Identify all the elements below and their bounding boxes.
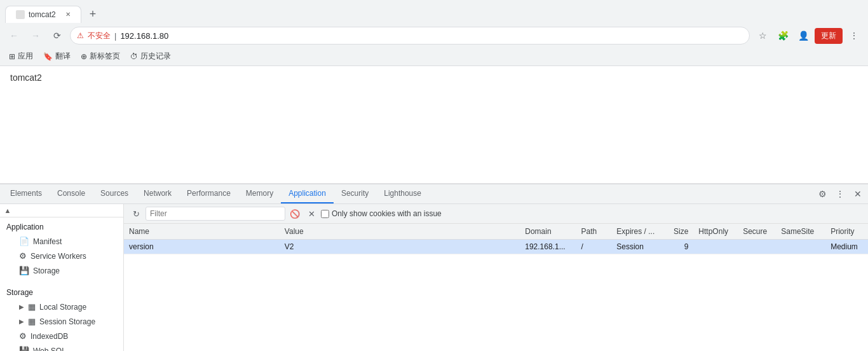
- page-content: tomcat2: [0, 66, 868, 184]
- apps-icon: ⊞: [9, 52, 15, 61]
- cookies-toolbar: ↻ 🚫 ✕ Only show cookies with an issue: [124, 204, 868, 224]
- td-priority: Medium: [825, 240, 868, 254]
- bookmark-translate[interactable]: 🔖 翻译: [39, 50, 74, 63]
- th-expires: Expires / ...: [611, 224, 665, 240]
- cookies-table: Name Value Domain Path Expires / ... Siz…: [124, 224, 868, 351]
- address-actions: ☆ 🧩 👤 更新 ⋮: [754, 27, 863, 45]
- insecure-label: 不安全: [88, 31, 111, 41]
- bookmark-apps-label: 应用: [18, 51, 33, 62]
- show-issues-checkbox[interactable]: [321, 210, 329, 218]
- td-name: version: [124, 240, 280, 254]
- tab-network[interactable]: Network: [136, 184, 179, 203]
- th-samesite: SameSite: [776, 224, 825, 240]
- tab-console[interactable]: Console: [50, 184, 93, 203]
- bookmark-apps[interactable]: ⊞ 应用: [5, 50, 37, 63]
- url-separator: |: [114, 31, 116, 41]
- history-icon: ⏱: [130, 52, 138, 61]
- th-httponly: HttpOnly: [693, 224, 738, 240]
- sidebar-item-session-storage[interactable]: ▶ ▦ Session Storage: [0, 314, 123, 329]
- sidebar-item-manifest[interactable]: 📄 Manifest: [0, 234, 123, 249]
- bookmark-newtab-label: 新标签页: [90, 51, 120, 62]
- th-priority: Priority: [825, 224, 868, 240]
- url-text: 192.168.1.80: [120, 31, 168, 41]
- sidebar-scroll-up[interactable]: ▲: [3, 205, 13, 216]
- devtools-close-btn[interactable]: ✕: [850, 186, 865, 202]
- security-icon: ⚠: [77, 31, 84, 40]
- sidebar-item-storage[interactable]: 💾 Storage: [0, 263, 123, 278]
- session-storage-icon: ▦: [28, 317, 36, 326]
- devtools-more-btn[interactable]: ⋮: [832, 186, 848, 202]
- td-size: 9: [665, 240, 694, 254]
- sidebar-storage-label: Storage: [33, 266, 60, 275]
- tab-application[interactable]: Application: [281, 184, 334, 203]
- show-issues-checkbox-label[interactable]: Only show cookies with an issue: [321, 209, 442, 218]
- session-storage-arrow: ▶: [19, 318, 24, 325]
- cookies-data-table: Name Value Domain Path Expires / ... Siz…: [124, 224, 868, 254]
- td-domain: 192.168.1...: [520, 240, 576, 254]
- new-tab-btn[interactable]: +: [84, 5, 102, 23]
- sidebar-section-application: Application: [0, 217, 123, 234]
- extensions-btn[interactable]: 🧩: [774, 27, 792, 45]
- sidebar-item-indexeddb[interactable]: ⚙ IndexedDB: [0, 329, 123, 343]
- devtools-settings-btn[interactable]: ⚙: [815, 186, 830, 202]
- update-button[interactable]: 更新: [815, 28, 843, 44]
- filter-input[interactable]: [146, 207, 285, 221]
- storage-icon: 💾: [19, 266, 29, 275]
- sidebar-item-local-storage[interactable]: ▶ ▦ Local Storage: [0, 299, 123, 314]
- web-sql-icon: 💾: [19, 346, 29, 351]
- tab-sources[interactable]: Sources: [93, 184, 136, 203]
- sidebar-session-storage-label: Session Storage: [39, 317, 95, 326]
- show-issues-label: Only show cookies with an issue: [332, 209, 442, 218]
- td-expires: Session: [611, 240, 665, 254]
- main-panel: ↻ 🚫 ✕ Only show cookies with an issue Na…: [124, 204, 868, 351]
- td-value: V2: [280, 240, 520, 254]
- service-workers-icon: ⚙: [19, 251, 27, 261]
- local-storage-arrow: ▶: [19, 303, 24, 310]
- devtools-tabs: Elements Console Sources Network Perform…: [0, 184, 868, 204]
- sidebar-item-service-workers[interactable]: ⚙ Service Workers: [0, 249, 123, 263]
- clear-cookies-btn[interactable]: ✕: [304, 207, 318, 221]
- tab-close-btn[interactable]: ✕: [65, 11, 71, 18]
- tab-performance[interactable]: Performance: [179, 184, 238, 203]
- sidebar-service-workers-label: Service Workers: [31, 252, 86, 261]
- menu-btn[interactable]: ⋮: [845, 27, 863, 45]
- devtools-panel: Elements Console Sources Network Perform…: [0, 184, 868, 351]
- page-title: tomcat2: [10, 72, 42, 83]
- cookies-refresh-btn[interactable]: ↻: [129, 207, 143, 221]
- browser-tab[interactable]: tomcat2 ✕: [5, 6, 81, 23]
- bookmark-btn[interactable]: ☆: [754, 27, 771, 45]
- th-value: Value: [280, 224, 520, 240]
- sidebar-web-sql-label: Web SQL: [33, 347, 66, 352]
- th-name: Name: [124, 224, 280, 240]
- sidebar-indexeddb-label: IndexedDB: [31, 332, 68, 341]
- tab-memory[interactable]: Memory: [238, 184, 281, 203]
- local-storage-icon: ▦: [28, 302, 36, 312]
- back-button[interactable]: ←: [5, 27, 23, 45]
- td-httponly: [693, 240, 738, 254]
- sidebar-manifest-label: Manifest: [33, 237, 62, 246]
- profile-btn[interactable]: 👤: [794, 27, 812, 45]
- devtools-actions: ⚙ ⋮ ✕: [815, 186, 865, 202]
- bookmark-newtab[interactable]: ⊕ 新标签页: [77, 50, 124, 63]
- url-bar[interactable]: ⚠ 不安全 | 192.168.1.80: [70, 27, 750, 45]
- bookmark-history[interactable]: ⏱ 历史记录: [126, 50, 175, 63]
- tab-security[interactable]: Security: [334, 184, 376, 203]
- forward-button[interactable]: →: [27, 27, 44, 45]
- devtools-sidebar: ▲ Application 📄 Manifest ⚙ Service Worke…: [0, 204, 124, 351]
- tab-elements[interactable]: Elements: [3, 184, 50, 203]
- address-bar: ← → ⟳ ⚠ 不安全 | 192.168.1.80 ☆ 🧩 👤 更新 ⋮: [0, 23, 868, 48]
- td-secure: [738, 240, 776, 254]
- devtools-body: ▲ Application 📄 Manifest ⚙ Service Worke…: [0, 204, 868, 351]
- delete-cookies-btn[interactable]: 🚫: [288, 207, 302, 221]
- manifest-icon: 📄: [19, 237, 29, 246]
- table-row[interactable]: version V2 192.168.1... / Session 9 Medi…: [124, 240, 868, 254]
- th-secure: Secure: [738, 224, 776, 240]
- sidebar-item-web-sql[interactable]: 💾 Web SQL: [0, 343, 123, 351]
- tab-title: tomcat2: [29, 10, 56, 19]
- refresh-button[interactable]: ⟳: [48, 27, 66, 45]
- translate-icon: 🔖: [43, 52, 53, 61]
- th-size: Size: [665, 224, 694, 240]
- table-header-row: Name Value Domain Path Expires / ... Siz…: [124, 224, 868, 240]
- tab-lighthouse[interactable]: Lighthouse: [376, 184, 429, 203]
- bookmarks-bar: ⊞ 应用 🔖 翻译 ⊕ 新标签页 ⏱ 历史记录: [0, 48, 868, 65]
